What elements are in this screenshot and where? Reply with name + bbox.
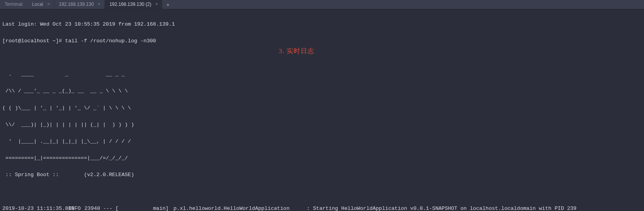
annotation-label: 3. 实时日志 (279, 46, 314, 56)
tab-bar: Terminal: Local × 192.168.139.130 × 192.… (0, 0, 644, 9)
plus-icon: + (166, 0, 170, 9)
close-icon[interactable]: × (97, 0, 101, 9)
last-login-line: Last login: Wed Oct 23 10:55:35 2019 fro… (2, 20, 642, 29)
log-separator: --- (103, 204, 115, 211)
prompt: [root@localhost ~]# (2, 38, 65, 44)
log-level: INFO (68, 204, 84, 211)
log-message: : Starting HelloWorldApplication v0.0.1-… (307, 204, 577, 211)
boot-version-line: :: Spring Boot :: (v2.2.0.RELEASE) (2, 171, 642, 179)
tab-remote-1[interactable]: 192.168.139.130 × (54, 0, 105, 9)
log-logger: p.xl.helloworld.HelloWorldApplication (173, 204, 307, 211)
banner-line: =========|_|==============|___/=/_/_/_/ (2, 154, 642, 163)
banner-line: /\\ / ___'_ __ _ _(_)_ __ __ _ \ \ \ \ (2, 87, 642, 95)
add-tab-button[interactable]: + (162, 0, 173, 9)
tab-remote-2[interactable]: 192.168.139.130 (2) × (105, 0, 163, 9)
tab-title: Local (32, 1, 43, 8)
log-thread: [ main] (115, 204, 173, 211)
tab-title: 192.168.139.130 (2) (110, 1, 151, 8)
blank-line (2, 54, 642, 62)
terminal-output[interactable]: Last login: Wed Oct 23 10:55:35 2019 fro… (0, 9, 644, 211)
tab-title: 192.168.139.130 (59, 1, 94, 8)
log-timestamp: 2019-10-23 11:11:35.809 (2, 204, 68, 211)
banner-line: \\/ ___)| |_)| | | | | || (_| | ) ) ) ) (2, 121, 642, 129)
tab-local[interactable]: Local × (27, 0, 54, 9)
blank-line (2, 187, 642, 196)
prompt-line: [root@localhost ~]# tail -f /root/nohup.… (2, 37, 642, 45)
log-line: 2019-10-23 11:11:35.809INFO23940---[ mai… (2, 204, 642, 211)
log-pid: 23940 (84, 204, 103, 211)
banner-line: . ____ _ __ _ _ (2, 70, 642, 79)
log-lines: 2019-10-23 11:11:35.809INFO23940---[ mai… (2, 204, 642, 211)
terminal-label: Terminal: (0, 0, 27, 9)
banner-line: ' |____| .__|_| |_|_| |_\__, | / / / / (2, 137, 642, 146)
close-icon[interactable]: × (155, 0, 159, 9)
close-icon[interactable]: × (46, 0, 51, 9)
command-text: tail -f /root/nohup.log -n300 (65, 38, 156, 44)
banner-line: ( ( )\___ | '_ | '_| | '_ \/ _` | \ \ \ … (2, 104, 642, 112)
